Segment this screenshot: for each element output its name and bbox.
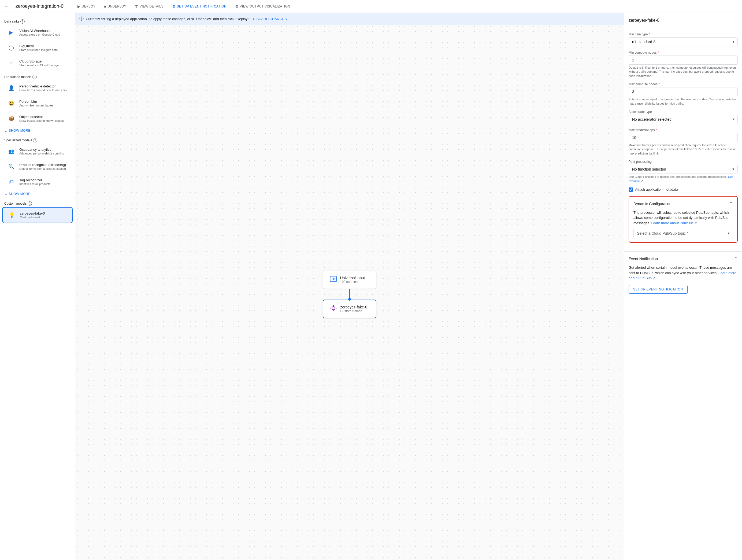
event-collapse-button[interactable]: ⌃ <box>734 256 738 262</box>
view-output-button[interactable]: ⚙ VIEW OUTPUT VISUALIZATION <box>232 3 294 10</box>
min-compute-label: Min compute nodes * <box>629 51 738 54</box>
post-processing-label: Post-processing <box>629 160 738 164</box>
universal-input-icon <box>329 275 337 284</box>
sidebar-item-occupancy[interactable]: 👥 Occupancy analytics Advanced person/ve… <box>2 144 73 159</box>
sidebar-item-object-detector[interactable]: 📦 Object detector Draw boxes around know… <box>2 111 73 126</box>
zeroeyes-node-icon <box>330 304 337 313</box>
more-options-button[interactable]: ⋮ <box>732 17 738 23</box>
right-panel-title: zeroeyes-fake-0 <box>629 18 659 23</box>
min-compute-field: Min compute nodes * Default is 1. If set… <box>629 51 738 78</box>
node-container: Universal input 100 sources zeroeyes-fak… <box>323 271 376 318</box>
sidebar-item-person-blur[interactable]: 😀 Person blur Anonymize human figures <box>2 96 73 111</box>
cloud-storage-icon: ≡ <box>6 58 16 68</box>
attach-metadata-row: Attach application metadata <box>629 188 738 192</box>
event-section-header: Event Notification ⌃ <box>629 256 738 262</box>
dynamic-config-title: Dynamic Configuration <box>633 202 672 206</box>
app-title: zeroeyes-integration-0 <box>15 3 63 9</box>
machine-type-wrapper: n1-standard-8 ▼ <box>629 37 738 46</box>
person-vehicle-icon: 👤 <box>6 83 16 93</box>
main-layout: Data sinks ? ▶ Vision AI Warehouse Asset… <box>0 13 742 560</box>
sidebar-item-zeroeyes[interactable]: 💡 zeroeyes-fake-0 Custom-trained <box>2 207 73 223</box>
post-processing-wrapper: No function selected ▼ <box>629 165 738 174</box>
max-compute-label: Max compute nodes * <box>629 82 738 86</box>
post-processing-field: Post-processing No function selected ▼ U… <box>629 160 738 183</box>
occupancy-icon: 👥 <box>6 146 16 156</box>
pubsub-select[interactable]: Select a Cloud Pub/Sub topic * <box>633 229 733 238</box>
back-button[interactable]: ← <box>4 3 9 9</box>
setup-event-notification-button[interactable]: SET UP EVENT NOTIFICATION <box>629 285 688 294</box>
sidebar-item-person-vehicle[interactable]: 👤 Person/vehicle detector Draw boxes aro… <box>2 81 73 96</box>
accelerator-field: Accelerator type No accelerator selected… <box>629 110 738 124</box>
vision-ai-icon: ▶ <box>6 28 16 37</box>
bigquery-icon: ◯ <box>6 43 16 53</box>
show-more-specialized[interactable]: ⌄ SHOW MORE <box>0 190 75 198</box>
event-section-title: Event Notification <box>629 257 658 261</box>
max-fps-hint: Maximum frames per second to send predic… <box>629 143 738 156</box>
specialized-section: Specialized models ? <box>0 136 75 144</box>
svg-point-1 <box>332 307 335 310</box>
pre-trained-help-icon[interactable]: ? <box>33 75 37 79</box>
sidebar-item-vision-ai[interactable]: ▶ Vision AI Warehouse Assets stored on G… <box>2 25 73 40</box>
setup-icon: ⚙ <box>172 4 176 9</box>
canvas-banner: ⓘ Currently editing a deployed applicati… <box>75 13 624 25</box>
dynamic-config-header: Dynamic Configuration ⌃ <box>633 201 733 207</box>
undeploy-button[interactable]: ■ UNDEPLOY <box>101 3 129 10</box>
specialized-help-icon[interactable]: ? <box>33 138 37 142</box>
max-compute-input[interactable] <box>629 87 738 96</box>
setup-event-notification-button-top[interactable]: ⚙ SET UP EVENT NOTIFICATION <box>169 3 230 10</box>
attach-metadata-checkbox[interactable] <box>629 188 633 192</box>
accelerator-wrapper: No accelerator selected ▼ <box>629 115 738 124</box>
data-sinks-section: Data sinks ? <box>0 17 75 25</box>
attach-metadata-label[interactable]: Attach application metadata <box>635 188 678 192</box>
zeroeyes-icon: 💡 <box>7 210 17 220</box>
banner-info-icon: ⓘ <box>80 16 84 22</box>
dynamic-configuration-section: Dynamic Configuration ⌃ The processor wi… <box>629 196 738 243</box>
deploy-button[interactable]: ▶ DEPLOY <box>74 3 99 10</box>
tag-recognizer-icon: 🏷 <box>6 177 16 187</box>
accelerator-select[interactable]: No accelerator selected <box>629 115 738 124</box>
post-processing-select[interactable]: No function selected <box>629 165 738 174</box>
view-details-icon: ◫ <box>135 4 139 9</box>
min-compute-input[interactable] <box>629 55 738 65</box>
data-sinks-help-icon[interactable]: ? <box>20 19 25 23</box>
sidebar-item-cloud-storage[interactable]: ≡ Cloud Storage Store results to Cloud S… <box>2 55 73 70</box>
machine-type-field: Machine type * n1-standard-8 ▼ <box>629 33 738 46</box>
sidebar: Data sinks ? ▶ Vision AI Warehouse Asset… <box>0 13 75 560</box>
dynamic-config-collapse[interactable]: ⌃ <box>729 201 733 207</box>
sidebar-item-product-recognize[interactable]: 🔍 Product recognize (streaming) Detect i… <box>2 159 73 174</box>
max-compute-hint: Enter a number equal to or greater than … <box>629 97 738 106</box>
pubsub-wrapper: Select a Cloud Pub/Sub topic * ▼ <box>633 229 733 238</box>
undeploy-icon: ■ <box>104 4 106 9</box>
discard-changes-link[interactable]: DISCARD CHANGES <box>253 17 287 21</box>
event-desc: Get alerted when certain model events oc… <box>629 265 738 281</box>
max-fps-field: Max prediction fps * Maximum frames per … <box>629 128 738 156</box>
sidebar-item-bigquery[interactable]: ◯ BigQuery Store structured insights dat… <box>2 40 73 55</box>
universal-input-node[interactable]: Universal input 100 sources <box>323 271 376 289</box>
pre-trained-section: Pre-trained models ? <box>0 73 75 80</box>
person-blur-icon: 😀 <box>6 98 16 108</box>
view-details-button[interactable]: ◫ VIEW DETAILS <box>131 3 167 10</box>
right-panel-content: Machine type * n1-standard-8 ▼ Min compu… <box>624 28 742 251</box>
product-recognize-icon: 🔍 <box>6 162 16 171</box>
show-more-pretrained[interactable]: ⌄ SHOW MORE <box>0 126 75 135</box>
custom-help-icon[interactable]: ? <box>28 201 32 206</box>
learn-pubsub-link[interactable]: Learn more about Pub/Sub <box>651 221 693 225</box>
machine-type-select[interactable]: n1-standard-8 <box>629 37 738 46</box>
max-compute-field: Max compute nodes * Enter a number equal… <box>629 82 738 106</box>
post-processing-hint: Use Cloud Functions to handle post-proce… <box>629 175 738 183</box>
dynamic-config-desc: The processor will subscribe to selected… <box>633 210 733 226</box>
deploy-icon: ▶ <box>77 4 81 9</box>
output-icon: ⚙ <box>235 4 239 9</box>
max-fps-input[interactable] <box>629 133 738 142</box>
right-panel: zeroeyes-fake-0 ⋮ Machine type * n1-stan… <box>624 13 742 560</box>
max-fps-label: Max prediction fps * <box>629 128 738 132</box>
canvas-area: ⓘ Currently editing a deployed applicati… <box>75 13 624 560</box>
nav-actions: ▶ DEPLOY ■ UNDEPLOY ◫ VIEW DETAILS ⚙ SET… <box>74 3 294 10</box>
sidebar-item-tag-recognizer[interactable]: 🏷 Tag recognizer Identifies retail produ… <box>2 174 73 189</box>
custom-models-section: Custom models ? <box>0 199 75 207</box>
accelerator-label: Accelerator type <box>629 110 738 114</box>
min-compute-hint: Default is 1. If set to 1 or more, then … <box>629 66 738 78</box>
zeroeyes-node[interactable]: zeroeyes-fake-0 Custom-trained <box>323 300 376 318</box>
node-connector <box>349 289 350 300</box>
machine-type-label: Machine type * <box>629 33 738 36</box>
